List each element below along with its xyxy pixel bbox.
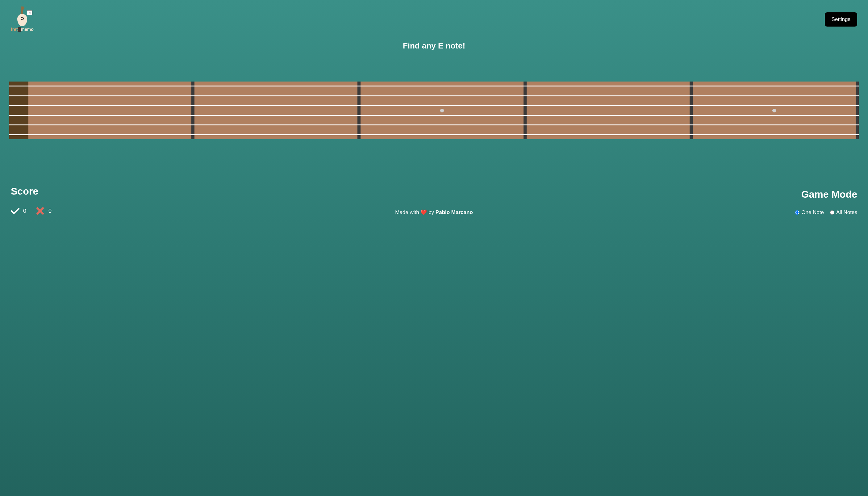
radio-all-notes[interactable]: All Notes	[830, 210, 857, 216]
fret-marker-icon	[772, 109, 776, 112]
game-prompt: Find any E note!	[0, 41, 868, 51]
logo[interactable]: ♫ fretmemo	[11, 8, 34, 32]
score-section: Score 0 0	[11, 186, 51, 216]
fret-4[interactable]	[527, 81, 693, 139]
fret-2[interactable]	[194, 81, 360, 139]
incorrect-count: 0	[48, 208, 51, 214]
footer-credit: Made with ❤️ by Pablo Marcano	[395, 209, 473, 216]
radio-label: All Notes	[836, 210, 857, 216]
guitar-logo-icon: ♫	[15, 8, 30, 26]
string	[9, 134, 28, 135]
settings-button[interactable]: Settings	[825, 12, 857, 27]
game-mode-section: Game Mode One Note All Notes	[795, 189, 857, 216]
correct-count: 0	[23, 208, 26, 214]
string	[9, 105, 28, 106]
game-mode-heading: Game Mode	[795, 189, 857, 200]
x-icon	[35, 206, 45, 216]
string	[9, 115, 28, 116]
check-icon	[11, 207, 19, 214]
score-correct: 0	[11, 207, 26, 214]
fret-marker-icon	[440, 109, 444, 112]
string	[9, 95, 28, 96]
fret-3[interactable]	[360, 81, 527, 139]
score-heading: Score	[11, 186, 51, 197]
radio-label: One Note	[801, 210, 824, 216]
string	[9, 86, 28, 87]
author-link[interactable]: Pablo Marcano	[436, 210, 473, 215]
fret-5[interactable]	[693, 81, 859, 139]
string	[9, 124, 28, 125]
radio-all-notes-input[interactable]	[830, 210, 834, 215]
fretboard-nut[interactable]	[9, 81, 28, 139]
fret-1[interactable]	[28, 81, 194, 139]
logo-text: fretmemo	[11, 27, 34, 32]
score-incorrect: 0	[35, 206, 51, 216]
fretboard[interactable]	[9, 81, 859, 139]
radio-one-note[interactable]: One Note	[795, 210, 824, 216]
radio-one-note-input[interactable]	[795, 210, 800, 215]
